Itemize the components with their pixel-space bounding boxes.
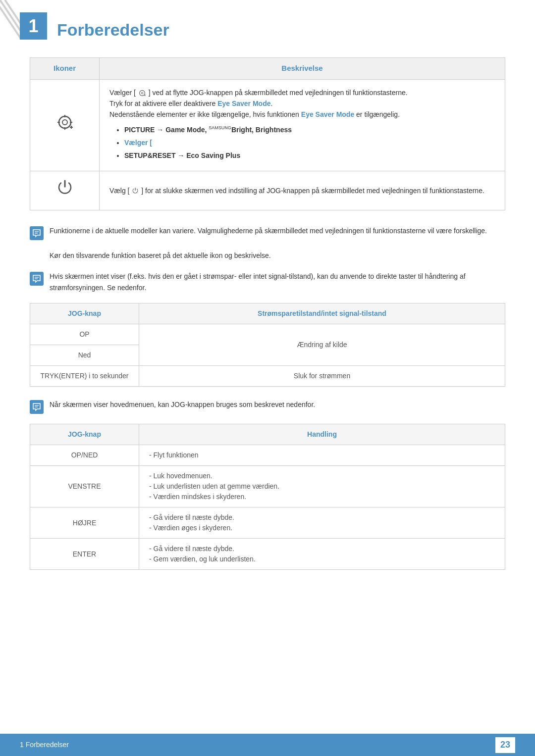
decoration-lines — [0, 0, 20, 45]
table-row: Vælger [ ] ved at flytte JOG-knappen på … — [30, 79, 505, 171]
desc-text-4: Nedenstående elementer er ikke tilgængel… — [109, 110, 301, 118]
svg-line-2 — [5, 0, 20, 45]
jog2-row-enter-action: - Gå videre til næste dybde. - Gem værdi… — [139, 539, 505, 570]
list-item: PICTURE → Game Mode, SAMSUNGBright, Brig… — [124, 124, 495, 135]
note-text-4: Når skærmen viser hovedmenuen, kan JOG-k… — [50, 399, 315, 410]
jog-col-header-1: JOG-knap — [30, 303, 139, 324]
main-content: Ikoner Beskrivelse — [0, 52, 535, 612]
note-block-3: Hvis skærmen intet viser (f.eks. hvis de… — [30, 271, 505, 293]
jog2-row-venstre-action: - Luk hovedmenuen. - Luk underlisten ude… — [139, 466, 505, 507]
power-desc-text-2: ] for at slukke skærmen ved indstilling … — [141, 187, 484, 195]
jog-table-1: JOG-knap Strømsparetilstand/intet signal… — [30, 303, 505, 387]
list-item: SETUP&RESET → Eco Saving Plus — [124, 150, 495, 161]
icon-cell-settings — [30, 79, 100, 171]
table-row: OP/NED - Flyt funktionen — [30, 445, 505, 466]
note-icon-4 — [30, 400, 44, 414]
table-row: ENTER - Gå videre til næste dybde. - Gem… — [30, 539, 505, 570]
col-header-description: Beskrivelse — [100, 58, 505, 80]
jog2-row-opned: OP/NED — [30, 445, 139, 466]
jog-row-enter: TRYK(ENTER) i to sekunder — [30, 366, 139, 387]
table-row: VENSTRE - Luk hovedmenuen. - Luk underli… — [30, 466, 505, 507]
jog-row-ned: Ned — [30, 345, 139, 366]
footer-page-number: 23 — [495, 737, 515, 753]
jog2-row-hojre: HØJRE — [30, 507, 139, 539]
jog2-row-venstre: VENSTRE — [30, 466, 139, 507]
footer-chapter-label: 1 Forberedelser — [20, 740, 69, 750]
table-row: HØJRE - Gå videre til næste dybde. - Vær… — [30, 507, 505, 539]
chapter-header: 1 Forberedelser — [0, 0, 535, 52]
desc-text-3: Tryk for at aktivere eller deaktivere — [109, 100, 217, 107]
jog2-col-header-1: JOG-knap — [30, 424, 139, 445]
note-block-4: Når skærmen viser hovedmenuen, kan JOG-k… — [30, 399, 505, 414]
table-row: Vælg [ ] for at slukke skærmen ved indst… — [30, 171, 505, 210]
col-header-icons: Ikoner — [30, 58, 100, 80]
note-block-2: Kør den tilsvarende funktion baseret på … — [30, 250, 505, 261]
desc-cell-power: Vælg [ ] for at slukke skærmen ved indst… — [100, 171, 505, 210]
desc-cell-settings: Vælger [ ] ved at flytte JOG-knappen på … — [100, 79, 505, 171]
list-item: Vælger [ — [124, 137, 495, 148]
note-block-1: Funktionerne i de aktuelle modeller kan … — [30, 225, 505, 240]
power-desc-text: Vælg [ — [109, 187, 129, 195]
jog-row-enter-action: Sluk for strømmen — [139, 366, 505, 387]
chapter-number: 1 — [20, 12, 47, 40]
color-item: Vælger [ — [124, 139, 152, 147]
note-icon-3 — [30, 272, 44, 286]
eye-saver-mode-bold-2: Eye Saver Mode — [301, 110, 354, 118]
footer: 1 Forberedelser 23 — [0, 734, 535, 756]
chapter-title: Forberedelser — [57, 15, 169, 43]
restriction-list: PICTURE → Game Mode, SAMSUNGBright, Brig… — [109, 124, 495, 161]
note-text-1: Funktionerne i de aktuelle modeller kan … — [50, 225, 487, 236]
icon-cell-power — [30, 171, 100, 210]
jog-row-op: OP — [30, 324, 139, 345]
desc-text-1: Vælger [ — [109, 89, 136, 97]
jog2-row-hojre-action: - Gå videre til næste dybde. - Værdien ø… — [139, 507, 505, 539]
jog2-row-enter: ENTER — [30, 539, 139, 570]
jog2-row-opned-action: - Flyt funktionen — [139, 445, 505, 466]
icons-table: Ikoner Beskrivelse — [30, 57, 505, 210]
svg-point-4 — [62, 120, 67, 125]
desc-text-2: ] ved at flytte JOG-knappen på skærmbill… — [149, 89, 408, 97]
table-row: OP Ændring af kilde — [30, 324, 505, 345]
jog-row-op-action: Ændring af kilde — [139, 324, 505, 366]
eye-saver-mode-bold: Eye Saver Mode — [217, 100, 270, 107]
svg-point-12 — [141, 92, 143, 94]
svg-point-3 — [59, 116, 71, 128]
note-text-3: Hvis skærmen intet viser (f.eks. hvis de… — [50, 271, 505, 293]
jog-table-2: JOG-knap Handling OP/NED - Flyt funktion… — [30, 424, 505, 570]
note-text-2: Kør den tilsvarende funktion baseret på … — [50, 250, 271, 261]
note-icon-1 — [30, 226, 44, 240]
jog-col-header-2: Strømsparetilstand/intet signal-tilstand — [139, 303, 505, 324]
jog2-col-header-2: Handling — [139, 424, 505, 445]
table-row: TRYK(ENTER) i to sekunder Sluk for strøm… — [30, 366, 505, 387]
